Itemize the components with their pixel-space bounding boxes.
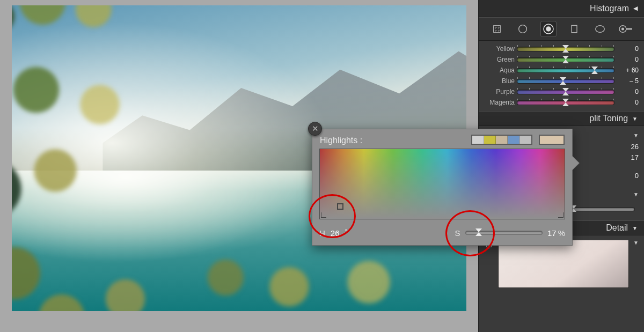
hue-value[interactable]: 26 [331, 228, 340, 238]
slider-handle[interactable] [560, 77, 566, 85]
chevron-down-icon: ▼ [632, 116, 638, 122]
slider-label: Yellow [484, 45, 517, 53]
saturation-slider[interactable] [466, 231, 542, 234]
preset-swatch[interactable] [472, 136, 484, 144]
slider-label: Blue [484, 77, 517, 85]
svg-rect-4 [572, 25, 577, 32]
sat-label: S [455, 228, 460, 238]
hsl-slider-aqua: Aqua+ 60 [484, 65, 639, 76]
slider-handle[interactable] [562, 99, 569, 106]
slider-track[interactable] [517, 79, 614, 83]
redeye-tool-icon[interactable] [540, 21, 557, 37]
slider-value[interactable]: – 5 [614, 77, 639, 85]
current-color-swatch[interactable] [540, 136, 564, 144]
slider-track[interactable] [517, 47, 614, 51]
slider-value[interactable]: 0 [614, 88, 639, 95]
sat-value[interactable]: 17 [547, 228, 557, 238]
svg-point-1 [519, 25, 527, 33]
histogram-title: Histogram [590, 4, 629, 13]
detail-title: Detail [606, 223, 628, 233]
histogram-header[interactable]: Histogram ◀ [479, 0, 644, 17]
svg-rect-0 [494, 26, 501, 33]
slider-track[interactable] [517, 58, 614, 62]
slider-handle[interactable] [562, 45, 569, 53]
svg-point-5 [596, 26, 605, 33]
slider-handle[interactable] [475, 228, 482, 237]
local-tools-row [479, 17, 644, 41]
chevron-down-icon[interactable]: ▼ [633, 240, 639, 246]
preset-swatch[interactable] [519, 136, 531, 144]
svg-point-7 [622, 28, 624, 30]
split-toning-header[interactable]: plit Toning ▼ [479, 111, 644, 126]
detail-preview[interactable] [498, 240, 629, 288]
collapse-left-icon: ◀ [633, 5, 638, 12]
hsl-slider-yellow: Yellow0 [484, 43, 639, 54]
slider-value[interactable]: 0 [614, 45, 639, 53]
color-picker-marker[interactable] [337, 203, 343, 210]
chevron-down-icon[interactable]: ▼ [633, 132, 639, 138]
slider-label: Purple [484, 88, 517, 95]
sat-unit: % [558, 228, 565, 238]
hsl-slider-purple: Purple0 [484, 86, 639, 97]
hsl-slider-blue: Blue– 5 [484, 76, 639, 86]
brush-tool-icon[interactable] [618, 21, 634, 37]
slider-value[interactable]: 0 [614, 56, 639, 63]
chevron-down-icon: ▼ [632, 225, 638, 231]
preset-swatch[interactable] [484, 136, 496, 144]
preset-swatch-row [471, 135, 565, 145]
graduated-filter-icon[interactable] [566, 21, 582, 37]
spot-removal-icon[interactable] [515, 21, 531, 37]
hsl-slider-magenta: Magenta0 [484, 97, 639, 108]
crop-tool-icon[interactable] [489, 21, 505, 37]
hsl-slider-green: Green0 [484, 54, 639, 65]
svg-point-3 [546, 27, 551, 31]
slider-track[interactable] [517, 69, 614, 72]
radial-filter-icon[interactable] [592, 21, 608, 37]
slider-handle[interactable] [562, 88, 569, 95]
split-toning-title: plit Toning [589, 114, 628, 123]
hue-unit: ° [345, 228, 348, 235]
spectrum-corner-icon [558, 212, 564, 218]
spectrum-corner-icon [321, 212, 326, 218]
slider-value[interactable]: + 60 [614, 67, 639, 74]
preset-swatch[interactable] [496, 136, 508, 144]
slider-track[interactable] [517, 90, 614, 94]
slider-track[interactable] [517, 101, 614, 105]
chevron-down-icon[interactable]: ▼ [633, 191, 639, 197]
slider-label: Aqua [484, 67, 517, 74]
slider-value[interactable]: 0 [614, 99, 639, 106]
preset-swatch[interactable] [508, 136, 519, 144]
slider-label: Magenta [484, 99, 517, 106]
slider-handle[interactable] [591, 67, 598, 74]
slider-label: Green [484, 56, 517, 63]
popup-title: Highlights : [320, 136, 362, 145]
color-picker-popup: ✕ Highlights : H 26 ° S 17 % [312, 129, 573, 246]
close-icon: ✕ [312, 124, 319, 134]
slider-handle[interactable] [562, 56, 569, 63]
close-button[interactable]: ✕ [308, 122, 322, 136]
hue-sat-spectrum[interactable] [319, 149, 565, 219]
hsl-sliders-group: Yellow0Green0Aqua+ 60Blue– 5Purple0Magen… [479, 41, 644, 111]
hue-label: H [319, 228, 325, 238]
